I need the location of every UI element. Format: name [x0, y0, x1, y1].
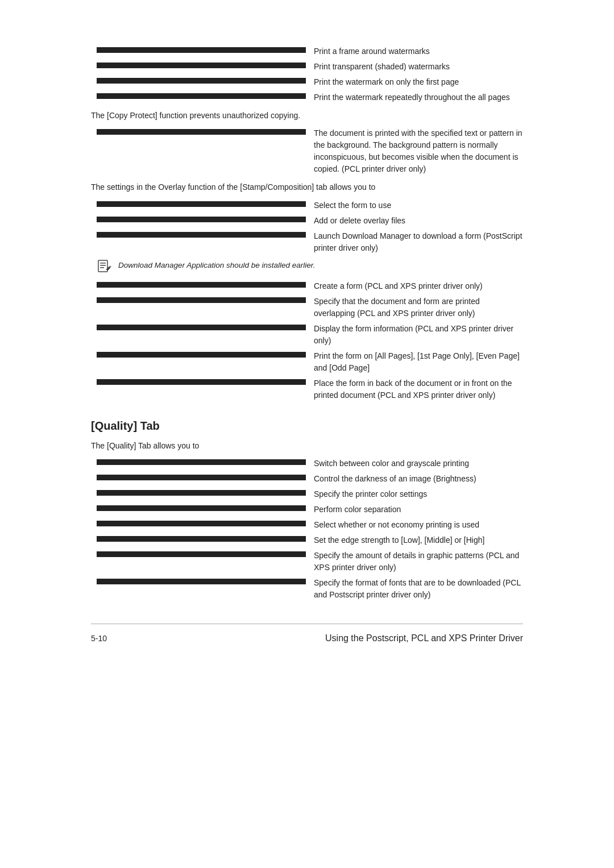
bullet-icon: [97, 63, 306, 68]
bullet-icon: [97, 297, 306, 303]
list-item: Specify the printer color settings: [91, 488, 523, 500]
list-item: Control the darkness of an image (Bright…: [91, 473, 523, 485]
copy-protect-intro: The [Copy Protect] function prevents una…: [91, 109, 523, 122]
bullet-text: Switch between color and grayscale print…: [314, 458, 523, 470]
bullet-icon: [97, 93, 306, 99]
bullet-text: Display the form information (PCL and XP…: [314, 323, 523, 347]
bullet-icon: [97, 352, 306, 358]
overlay-bullet-list-1: Select the form to use Add or delete ove…: [91, 200, 523, 254]
bullet-icon: [97, 490, 306, 496]
list-item: Perform color separation: [91, 504, 523, 516]
watermark-bullet-list: Print a frame around watermarks Print tr…: [91, 45, 523, 103]
bullet-icon: [97, 459, 306, 465]
bullet-text: Place the form in back of the document o…: [314, 377, 523, 401]
bullet-text: Print the form on [All Pages], [1st Page…: [314, 350, 523, 374]
footer: 5-10 Using the Postscript, PCL and XPS P…: [91, 633, 523, 643]
bullet-icon: [97, 325, 306, 330]
bullet-icon: [97, 536, 306, 542]
svg-rect-0: [98, 260, 107, 272]
note-icon: [97, 260, 114, 275]
svg-rect-3: [100, 267, 104, 268]
overlay-intro: The settings in the Overlay function of …: [91, 181, 523, 193]
list-item: Select the form to use: [91, 200, 523, 211]
bullet-icon: [97, 475, 306, 480]
overlay-bullet-list-2: Create a form (PCL and XPS printer drive…: [91, 280, 523, 401]
footer-page-number: 5-10: [91, 634, 107, 643]
bullet-icon: [97, 129, 306, 135]
list-item: Print the form on [All Pages], [1st Page…: [91, 350, 523, 374]
note-text: Download Manager Application should be i…: [118, 260, 315, 271]
bullet-text: Print a frame around watermarks: [314, 45, 523, 57]
bullet-text: Specify that the document and form are p…: [314, 296, 523, 319]
bullet-text: Set the edge strength to [Low], [Middle]…: [314, 534, 523, 546]
list-item: Switch between color and grayscale print…: [91, 458, 523, 470]
bullet-text: Print the watermark on only the first pa…: [314, 76, 523, 88]
bullet-text: Create a form (PCL and XPS printer drive…: [314, 280, 523, 292]
bullet-text: Select whether or not economy printing i…: [314, 519, 523, 531]
list-item: Specify the format of fonts that are to …: [91, 577, 523, 601]
svg-rect-2: [100, 265, 106, 266]
bullet-icon: [97, 521, 306, 526]
bullet-icon: [97, 505, 306, 511]
list-item: Place the form in back of the document o…: [91, 377, 523, 401]
bullet-text: Specify the printer color settings: [314, 488, 523, 500]
list-item: Set the edge strength to [Low], [Middle]…: [91, 534, 523, 546]
bullet-text: Print transparent (shaded) watermarks: [314, 61, 523, 73]
copy-protect-bullet-list: The document is printed with the specifi…: [91, 127, 523, 175]
note-block: Download Manager Application should be i…: [97, 260, 523, 275]
list-item: Print transparent (shaded) watermarks: [91, 61, 523, 73]
bullet-icon: [97, 201, 306, 207]
list-item: Launch Download Manager to download a fo…: [91, 230, 523, 254]
bullet-icon: [97, 551, 306, 557]
page: Print a frame around watermarks Print tr…: [0, 0, 614, 868]
bullet-icon: [97, 78, 306, 84]
footer-divider: [91, 624, 523, 624]
svg-rect-1: [100, 263, 106, 264]
quality-tab-heading: [Quality] Tab: [91, 420, 523, 433]
quality-bullet-list: Switch between color and grayscale print…: [91, 458, 523, 601]
footer-title: Using the Postscript, PCL and XPS Printe…: [325, 633, 523, 643]
bullet-icon: [97, 282, 306, 288]
list-item: The document is printed with the specifi…: [91, 127, 523, 175]
bullet-text: Specify the format of fonts that are to …: [314, 577, 523, 601]
bullet-text: Print the watermark repeatedly throughou…: [314, 92, 523, 103]
bullet-text: Add or delete overlay files: [314, 215, 523, 227]
list-item: Print the watermark repeatedly throughou…: [91, 92, 523, 103]
bullet-text: The document is printed with the specifi…: [314, 127, 523, 175]
bullet-icon: [97, 579, 306, 584]
bullet-icon: [97, 217, 306, 222]
bullet-icon: [97, 379, 306, 385]
bullet-text: Control the darkness of an image (Bright…: [314, 473, 523, 485]
list-item: Create a form (PCL and XPS printer drive…: [91, 280, 523, 292]
quality-intro: The [Quality] Tab allows you to: [91, 439, 523, 452]
list-item: Select whether or not economy printing i…: [91, 519, 523, 531]
bullet-text: Specify the amount of details in graphic…: [314, 550, 523, 574]
bullet-icon: [97, 47, 306, 53]
list-item: Add or delete overlay files: [91, 215, 523, 227]
list-item: Specify that the document and form are p…: [91, 296, 523, 319]
list-item: Print a frame around watermarks: [91, 45, 523, 57]
list-item: Print the watermark on only the first pa…: [91, 76, 523, 88]
bullet-text: Launch Download Manager to download a fo…: [314, 230, 523, 254]
bullet-text: Select the form to use: [314, 200, 523, 211]
list-item: Display the form information (PCL and XP…: [91, 323, 523, 347]
bullet-text: Perform color separation: [314, 504, 523, 516]
list-item: Specify the amount of details in graphic…: [91, 550, 523, 574]
bullet-icon: [97, 232, 306, 238]
